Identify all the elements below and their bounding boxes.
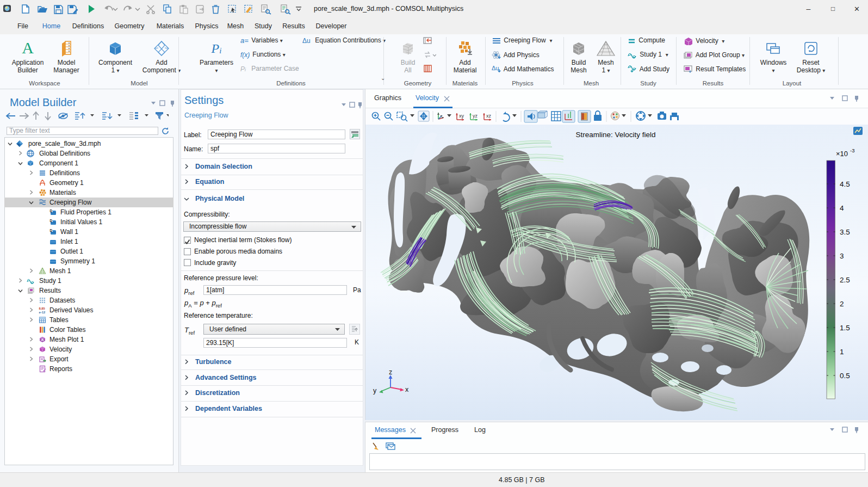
svg-text:4.5: 4.5	[840, 180, 850, 188]
svg-text:Pi: Pi	[211, 41, 222, 56]
svg-text:D: D	[50, 219, 53, 223]
svg-text:D: D	[50, 229, 53, 232]
svg-text:-3: -3	[850, 147, 854, 153]
svg-text:f(x): f(x)	[240, 51, 250, 59]
svg-text:z: z	[389, 368, 392, 376]
svg-text:Streamline: Velocity field: Streamline: Velocity field	[575, 131, 655, 139]
svg-text:Δu: Δu	[302, 37, 311, 45]
svg-text:8.85: 8.85	[39, 307, 46, 310]
svg-text:Δu: Δu	[492, 65, 499, 71]
svg-text:Pi: Pi	[240, 65, 246, 73]
svg-text:0.5: 0.5	[840, 372, 850, 380]
svg-text:×10: ×10	[836, 150, 848, 158]
svg-text:1.5: 1.5	[840, 324, 850, 332]
svg-text:3.5: 3.5	[840, 228, 850, 236]
svg-text:xz: xz	[486, 113, 492, 119]
svg-text:y: y	[373, 387, 377, 394]
svg-text:A: A	[22, 40, 34, 57]
svg-text:e-12: e-12	[39, 311, 46, 314]
svg-text:3: 3	[840, 252, 844, 260]
svg-text:a=: a=	[240, 37, 249, 45]
svg-text:4: 4	[840, 204, 844, 212]
svg-text:D: D	[50, 209, 53, 213]
svg-text:2.5: 2.5	[840, 276, 850, 284]
svg-text:xy: xy	[459, 113, 464, 119]
svg-text:1: 1	[840, 348, 844, 356]
svg-text:x: x	[405, 386, 409, 393]
svg-text:2: 2	[840, 300, 844, 308]
svg-text:yz: yz	[473, 113, 478, 119]
